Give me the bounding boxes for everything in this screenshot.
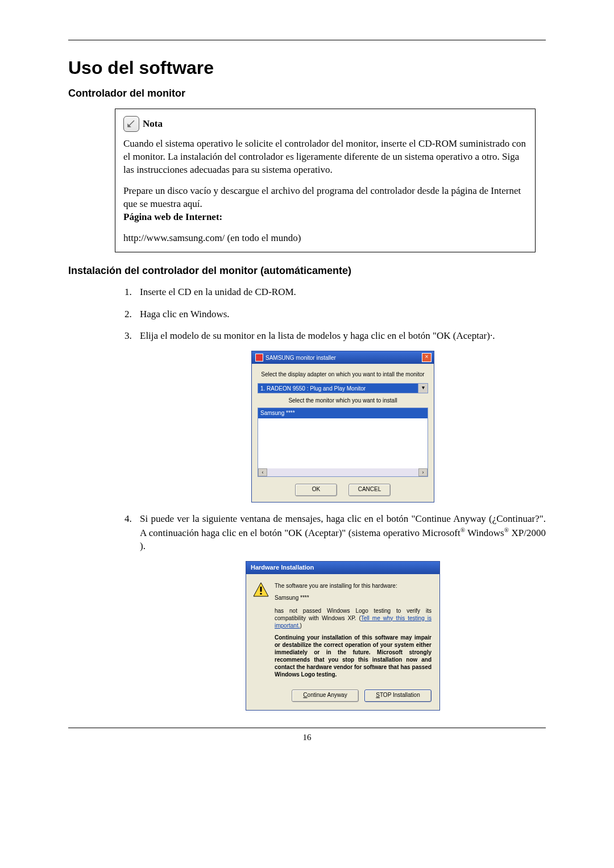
note-paragraph-1: Cuando el sistema operativo le solicite … — [123, 138, 527, 177]
bottom-rule — [68, 728, 546, 728]
warning-icon — [253, 582, 269, 597]
step-2: Haga clic en Windows. — [134, 308, 546, 321]
hardware-body: The software you are installing for this… — [246, 574, 439, 690]
installer-titlebar: SAMSUNG monitor installer × — [252, 351, 434, 364]
monitor-list-selection[interactable]: Samsung **** — [258, 408, 428, 418]
installer-dialog: SAMSUNG monitor installer × Select the d… — [251, 351, 434, 502]
installer-instruction-2: Select the monitor which you want to ins… — [258, 397, 428, 405]
note-url: http://www.samsung.com/ (en todo el mund… — [123, 232, 527, 245]
scroll-left-icon[interactable]: ‹ — [258, 468, 267, 476]
page-number: 16 — [68, 733, 546, 742]
figure-hardware-dialog: Hardware Installation The software you a… — [140, 561, 546, 711]
hw-warning-text: Continuing your installation of this sof… — [275, 634, 432, 678]
svg-rect-1 — [260, 587, 262, 592]
close-button[interactable]: × — [422, 353, 432, 362]
step-3: Elija el modelo de su monitor en la list… — [134, 330, 546, 502]
installer-title-text: SAMSUNG monitor installer — [265, 354, 336, 362]
hw-device: Samsung **** — [275, 594, 432, 601]
stop-installation-button[interactable]: STOP Installation — [364, 690, 432, 702]
figure-installer-dialog: SAMSUNG monitor installer × Select the d… — [140, 351, 546, 502]
step-1: Inserte el CD en la unidad de CD-ROM. — [134, 286, 546, 299]
ok-button[interactable]: OK — [295, 484, 337, 496]
scroll-right-icon[interactable]: › — [418, 468, 428, 476]
step-4: Si puede ver la siguiente ventana de men… — [134, 513, 546, 710]
registered-symbol-2: ® — [504, 526, 509, 533]
note-icon — [123, 116, 139, 132]
hardware-button-row: Continue Anyway STOP Installation — [246, 690, 439, 710]
horizontal-scrollbar[interactable]: ‹ › — [258, 468, 428, 476]
installer-button-row: OK CANCEL — [258, 484, 428, 496]
hw-line2: has not passed Windows Logo testing to v… — [275, 607, 432, 629]
page-title: Uso del software — [68, 57, 546, 78]
hardware-dialog: Hardware Installation The software you a… — [246, 561, 440, 711]
note-title: Nota — [143, 118, 163, 130]
top-rule — [68, 40, 546, 40]
hw-line1: The software you are installing for this… — [275, 582, 432, 589]
hw-line2b: ) — [300, 622, 301, 629]
page: Uso del software Controlador del monitor… — [0, 0, 614, 868]
adapter-combobox[interactable]: 1. RADEON 9550 : Plug and Play Monitor ▾ — [258, 383, 428, 393]
svg-rect-2 — [260, 593, 262, 595]
note-box: Nota Cuando el sistema operativo le soli… — [115, 109, 536, 252]
step-4-text-b: Windows — [465, 528, 504, 538]
note-paragraph-2: Prepare un disco vacío y descargue el ar… — [123, 185, 527, 224]
step-3-text: Elija el modelo de su monitor en la list… — [140, 330, 495, 341]
hardware-text: The software you are installing for this… — [275, 582, 432, 683]
installer-instruction-1: Select the display adapter on which you … — [258, 371, 428, 379]
continue-anyway-label: ontinue Anyway — [308, 692, 347, 698]
monitor-listbox[interactable]: Samsung **** ‹ › — [258, 408, 428, 477]
installer-title-icon — [255, 354, 263, 362]
note-header: Nota — [123, 116, 527, 132]
chevron-down-icon[interactable]: ▾ — [418, 384, 428, 393]
continue-anyway-button[interactable]: Continue Anyway — [292, 690, 359, 702]
note-paragraph-2-text: Prepare un disco vacío y descargue el ar… — [123, 185, 521, 209]
hardware-titlebar: Hardware Installation — [246, 562, 439, 574]
note-bold-line: Página web de Internet: — [123, 211, 222, 222]
stop-installation-label: TOP Installation — [380, 692, 420, 698]
section-heading-install: Instalación del controlador del monitor … — [68, 265, 546, 277]
installer-body: Select the display adapter on which you … — [252, 364, 434, 502]
install-steps: Inserte el CD en la unidad de CD-ROM. Ha… — [115, 286, 546, 711]
scroll-track[interactable] — [267, 468, 418, 476]
adapter-combobox-value: 1. RADEON 9550 : Plug and Play Monitor — [258, 384, 418, 393]
section-heading-controller: Controlador del monitor — [68, 88, 546, 99]
cancel-button[interactable]: CANCEL — [349, 484, 391, 496]
registered-symbol-1: ® — [460, 526, 465, 533]
